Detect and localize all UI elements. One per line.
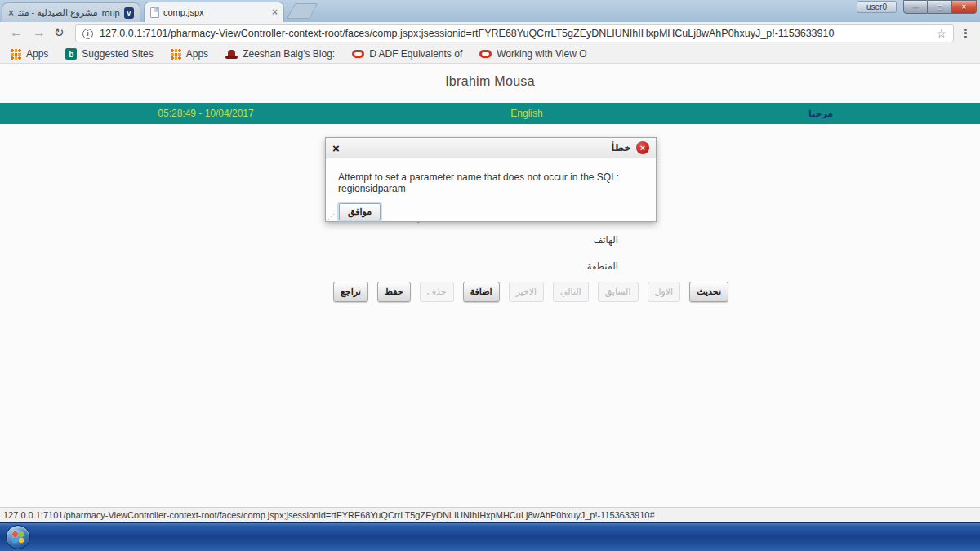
bookmark-star-icon[interactable]: ☆ — [936, 27, 947, 40]
browser-titlebar: × مشروع الصيدلية - منتدى roup V comp.jsp… — [0, 0, 980, 22]
desktop-screen: × مشروع الصيدلية - منتدى roup V comp.jsp… — [0, 0, 980, 551]
phone-label: الهاتف — [593, 234, 618, 246]
language-link[interactable]: English — [510, 103, 542, 124]
bing-icon: b — [65, 48, 77, 60]
bookmark-label: Apps — [186, 48, 208, 60]
previous-button: السابق — [598, 282, 639, 302]
chrome-menu-icon[interactable]: ⋮ — [960, 26, 972, 41]
delete-button: حذف — [420, 282, 454, 302]
error-icon: × — [636, 141, 649, 154]
tab-title: مشروع الصيدلية - منتدى — [18, 7, 98, 18]
undo-button[interactable]: تراجع — [333, 282, 368, 302]
profile-button[interactable]: user0 — [857, 1, 897, 13]
bookmark-label: Apps — [26, 48, 48, 60]
dialog-title: خطأ — [611, 142, 631, 153]
dialog-title-area: خطأ × — [611, 141, 649, 154]
apps-grid-icon — [171, 49, 181, 60]
tab-title: comp.jspx — [163, 7, 204, 17]
tab-comp-jspx[interactable]: comp.jspx × — [144, 2, 284, 22]
tab-forum[interactable]: × مشروع الصيدلية - منتدى roup V — [2, 2, 140, 22]
bookmark-label: Suggested Sites — [82, 48, 153, 60]
forward-icon[interactable]: → — [33, 24, 46, 41]
tab-close-icon[interactable]: × — [8, 8, 14, 18]
next-button: التالي — [553, 282, 589, 302]
datetime-text: 05:28:49 - 10/04/2017 — [158, 103, 253, 124]
error-message: Attempt to set a parameter name that doe… — [338, 171, 648, 194]
bookmarks-bar: Apps b Suggested Sites Apps Zeeshan Baig… — [0, 45, 980, 64]
window-controls: ─ □ × — [903, 0, 977, 14]
resize-grip-icon[interactable]: ⋰ — [327, 212, 335, 220]
start-button[interactable] — [6, 525, 30, 549]
save-button[interactable]: حفظ — [377, 282, 411, 302]
new-tab-button[interactable] — [287, 3, 318, 19]
bookmark-label: D ADF Equivalents of — [369, 48, 462, 60]
maximize-button[interactable]: □ — [928, 0, 952, 14]
add-button[interactable]: اضافة — [463, 282, 500, 302]
first-button: الاول — [648, 282, 681, 302]
bookmark-zeeshan-blog[interactable]: Zeeshan Baig's Blog: — [225, 48, 335, 60]
bookmark-working-with-view[interactable]: Working with View O — [479, 48, 586, 60]
vbulletin-favicon-icon: V — [124, 7, 134, 19]
bookmark-apps-2[interactable]: Apps — [171, 48, 208, 60]
apps-grid-icon — [11, 49, 21, 60]
bookmark-label: Working with View O — [497, 48, 586, 60]
close-window-button[interactable]: × — [952, 0, 977, 14]
ok-button[interactable]: موافق — [339, 203, 381, 220]
page-header-bar: 05:28:49 - 10/04/2017 English مرحبا — [0, 103, 980, 124]
browser-toolbar: ← → ↻ i 127.0.0.1:7101/pharmacy-ViewCont… — [0, 22, 980, 45]
bookmark-label: Zeeshan Baig's Blog: — [243, 48, 335, 60]
back-icon[interactable]: ← — [10, 24, 23, 41]
form-button-row: تراجع حفظ حذف اضافة الاخير التالي السابق… — [333, 282, 728, 302]
page-info-icon[interactable]: i — [82, 29, 93, 39]
document-favicon-icon — [150, 7, 159, 18]
bookmark-apps[interactable]: Apps — [11, 48, 48, 60]
page-title: Ibrahim Mousa — [0, 74, 980, 89]
dialog-close-icon[interactable]: × — [332, 142, 340, 154]
tab-close-icon[interactable]: × — [272, 7, 278, 17]
region-label: المنطقة — [587, 260, 618, 272]
bookmark-suggested-sites[interactable]: b Suggested Sites — [65, 48, 153, 60]
oracle-icon — [352, 50, 364, 58]
refresh-button[interactable]: تحديث — [689, 282, 728, 302]
windows-taskbar: W e EN ▲ — [0, 522, 980, 551]
windows-flag-icon — [12, 531, 24, 544]
minimize-button[interactable]: ─ — [903, 0, 928, 14]
red-hat-icon — [225, 50, 238, 59]
address-bar[interactable]: i 127.0.0.1:7101/pharmacy-ViewController… — [75, 24, 954, 42]
tab-title-latin: roup — [102, 8, 120, 18]
oracle-icon — [479, 50, 492, 58]
web-page: Ibrahim Mousa 05:28:49 - 10/04/2017 Engl… — [0, 64, 980, 507]
bookmark-adf-equivalents[interactable]: D ADF Equivalents of — [352, 48, 462, 60]
url-text[interactable]: 127.0.0.1:7101/pharmacy-ViewController-c… — [100, 28, 929, 39]
dialog-header[interactable]: × خطأ × — [326, 138, 656, 158]
welcome-text: مرحبا — [808, 103, 833, 124]
reload-icon[interactable]: ↻ — [54, 24, 65, 41]
error-dialog: × خطأ × Attempt to set a parameter name … — [325, 137, 657, 222]
status-bar: 127.0.0.1:7101/pharmacy-ViewController-c… — [0, 507, 980, 522]
last-button: الاخير — [509, 282, 545, 302]
